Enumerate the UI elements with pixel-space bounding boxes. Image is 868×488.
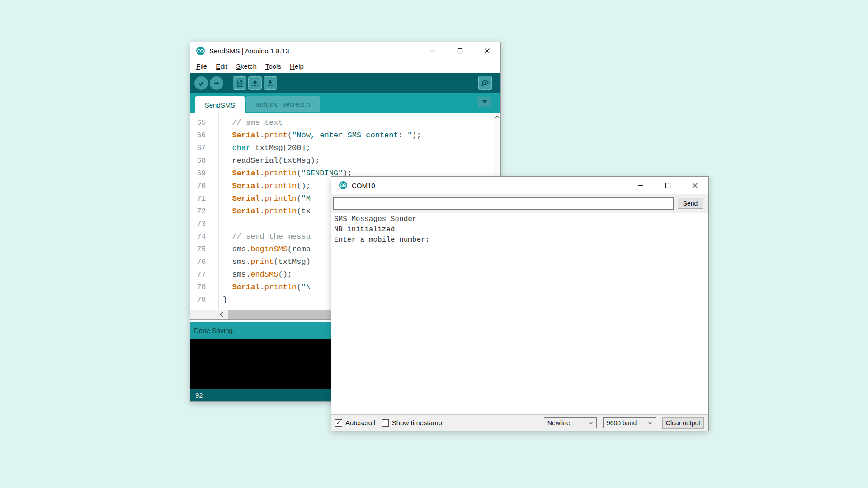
line-indicator: 92 xyxy=(195,391,203,399)
line-ending-value: Newline xyxy=(547,419,570,427)
maximize-icon xyxy=(665,183,671,188)
line-number: 76 xyxy=(190,256,212,268)
arrow-up-icon xyxy=(251,79,259,87)
show-timestamp-label: Show timestamp xyxy=(392,419,442,427)
clear-output-button[interactable]: Clear output xyxy=(662,417,704,429)
line-number: 68 xyxy=(190,155,212,167)
check-icon xyxy=(197,79,205,87)
line-number: 71 xyxy=(190,192,212,205)
menu-tools[interactable]: Tools xyxy=(265,62,281,70)
code-text: char txtMsg[200]; xyxy=(212,142,311,155)
verify-button[interactable] xyxy=(194,76,208,90)
line-number: 69 xyxy=(190,167,212,180)
maximize-button[interactable] xyxy=(654,177,681,194)
clear-output-label: Clear output xyxy=(666,419,700,427)
maximize-button[interactable] xyxy=(446,42,473,60)
code-text: readSerial(txtMsg); xyxy=(212,155,320,167)
code-text: Serial.println("M xyxy=(212,192,311,205)
line-number: 64 xyxy=(190,113,212,117)
window-title: SendSMS | Arduino 1.8.13 xyxy=(209,47,289,55)
new-sketch-button[interactable] xyxy=(233,76,246,90)
scroll-left-icon xyxy=(220,312,223,317)
line-number: 70 xyxy=(190,180,212,192)
menu-file[interactable]: File xyxy=(196,62,207,70)
arduino-title-bar[interactable]: SendSMS | Arduino 1.8.13 xyxy=(190,42,500,60)
baud-rate-value: 9600 baud xyxy=(607,419,637,427)
menu-edit[interactable]: Edit xyxy=(216,62,227,70)
open-button[interactable] xyxy=(248,76,262,90)
serial-title-bar[interactable]: COM10 xyxy=(331,177,708,194)
code-text: Serial.println("\ xyxy=(212,281,311,294)
minimize-icon xyxy=(638,183,644,188)
line-number: 66 xyxy=(190,129,212,142)
menu-help[interactable]: Help xyxy=(290,62,304,70)
code-line: 65 // sms text xyxy=(190,117,500,129)
tab-sendsms-label: SendSMS xyxy=(205,101,236,109)
serial-output-line: Enter a mobile number: xyxy=(334,235,708,245)
status-message: Done Saving. xyxy=(194,327,235,334)
window-controls xyxy=(627,177,708,194)
minimize-button[interactable] xyxy=(419,42,446,60)
code-line: 68 readSerial(txtMsg); xyxy=(190,155,500,167)
magnifier-icon xyxy=(481,79,490,88)
code-line: 64 xyxy=(190,113,500,117)
serial-window-title: COM10 xyxy=(352,182,375,189)
chevron-down-icon xyxy=(482,100,487,103)
code-text: sms.endSMS(); xyxy=(212,268,292,281)
line-number: 79 xyxy=(190,294,212,306)
tab-arduino-secrets[interactable]: arduino_secrets.h xyxy=(246,96,320,112)
code-text: sms.beginSMS(remo xyxy=(212,243,311,256)
chevron-down-icon xyxy=(648,422,652,424)
code-line: 67 char txtMsg[200]; xyxy=(190,142,500,155)
send-button-label: Send xyxy=(683,200,698,207)
scroll-up-icon xyxy=(495,115,500,119)
send-button[interactable]: Send xyxy=(678,198,703,209)
minimize-icon xyxy=(430,48,436,54)
code-text xyxy=(212,218,223,230)
send-row: Send xyxy=(331,194,708,213)
close-icon xyxy=(484,48,490,54)
line-number: 74 xyxy=(190,230,212,243)
tab-sendsms[interactable]: SendSMS xyxy=(195,96,245,113)
code-text: sms.print(txtMsg) xyxy=(212,256,311,268)
serial-input-field[interactable] xyxy=(333,197,674,210)
code-text: Serial.println(); xyxy=(212,180,311,192)
tab-list-button[interactable] xyxy=(478,97,491,107)
gutter-divider xyxy=(218,113,219,310)
menu-sketch[interactable]: Sketch xyxy=(236,62,257,70)
serial-output-text[interactable]: SMS Messages SenderNB initializedEnter a… xyxy=(331,213,708,414)
line-number: 72 xyxy=(190,205,212,218)
close-button[interactable] xyxy=(473,42,500,60)
serial-bottom-bar: Autoscroll Show timestamp Newline 9600 b… xyxy=(331,414,708,431)
line-ending-select[interactable]: Newline xyxy=(544,417,597,428)
arduino-logo-icon xyxy=(196,47,205,55)
line-number: 77 xyxy=(190,268,212,281)
code-text: // sms text xyxy=(212,117,283,129)
tab-arduino-secrets-label: arduino_secrets.h xyxy=(256,100,310,108)
menu-bar: File Edit Sketch Tools Help xyxy=(190,60,500,73)
code-text: // send the messa xyxy=(212,230,311,243)
window-controls xyxy=(419,42,500,60)
serial-monitor-button[interactable] xyxy=(478,76,492,90)
baud-rate-select[interactable]: 9600 baud xyxy=(603,417,656,428)
close-button[interactable] xyxy=(681,177,708,194)
arduino-logo-icon xyxy=(339,181,347,189)
new-document-icon xyxy=(236,79,244,87)
autoscroll-label: Autoscroll xyxy=(345,419,375,427)
save-button[interactable] xyxy=(264,76,277,90)
show-timestamp-checkbox[interactable] xyxy=(382,419,389,427)
toolbar xyxy=(190,73,500,93)
scroll-left-button[interactable] xyxy=(216,310,227,319)
line-number: 78 xyxy=(190,281,212,294)
line-number: 75 xyxy=(190,243,212,256)
line-number: 73 xyxy=(190,218,212,230)
autoscroll-checkbox[interactable] xyxy=(335,419,342,427)
code-line: 66 Serial.print("Now, enter SMS content:… xyxy=(190,129,500,142)
code-text xyxy=(212,113,223,117)
minimize-button[interactable] xyxy=(627,177,654,194)
maximize-icon xyxy=(457,48,463,54)
tab-bar: SendSMS arduino_secrets.h xyxy=(190,93,500,113)
code-text: Serial.println(tx xyxy=(212,205,311,218)
close-icon xyxy=(692,183,698,188)
upload-button[interactable] xyxy=(210,76,223,90)
